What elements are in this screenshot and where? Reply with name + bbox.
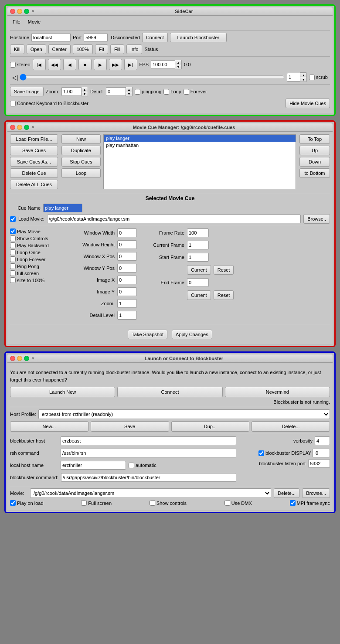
start-frame-input[interactable]	[187, 253, 209, 262]
save-cues-button[interactable]: Save Cues	[10, 146, 58, 155]
loop-forever-checkbox[interactable]	[10, 256, 16, 262]
fill-button[interactable]: Fill	[110, 44, 124, 54]
win-y-input[interactable]	[117, 264, 137, 273]
detail-down[interactable]: ▼	[126, 92, 132, 96]
play-on-load-checkbox[interactable]	[10, 500, 16, 506]
nevermind-button[interactable]: Nevermind	[225, 387, 330, 397]
rsh-input[interactable]	[61, 449, 236, 457]
duplicate-button[interactable]: Duplicate	[61, 146, 101, 155]
loop-button[interactable]: Loop	[61, 168, 101, 178]
use-dmx-checkbox[interactable]	[224, 500, 230, 506]
launch-maximize-button[interactable]	[24, 356, 29, 361]
scrub-up[interactable]: ▲	[300, 73, 306, 77]
browse-movie-button[interactable]: Browse...	[302, 488, 330, 498]
stop-cues-button[interactable]: Stop Cues	[61, 157, 101, 167]
profile-save-button[interactable]: Save	[91, 421, 169, 432]
save-image-button[interactable]: Save Image	[10, 87, 44, 96]
play-button[interactable]: ▶	[94, 59, 107, 70]
full-screen-checkbox[interactable]	[10, 270, 16, 276]
cue-item-0[interactable]: play langer	[104, 135, 296, 142]
end-frame-input[interactable]	[187, 278, 209, 287]
listen-port-input[interactable]	[308, 459, 330, 468]
browse-button[interactable]: Browse..	[303, 214, 330, 224]
launch-close-button[interactable]	[10, 356, 15, 361]
delete-cue-button[interactable]: Delete Cue	[10, 168, 58, 178]
size-to-100-checkbox[interactable]	[10, 277, 16, 283]
open-button[interactable]: Open	[27, 44, 46, 54]
loop-once-checkbox[interactable]	[10, 249, 16, 255]
movie-select[interactable]: /g/g0/rcook/dataAndImages/langer.sm	[30, 488, 271, 498]
fps-up[interactable]: ▲	[175, 60, 181, 65]
cue-minimize-button[interactable]	[17, 125, 22, 130]
step-forward-button[interactable]: ▶▶	[109, 59, 122, 70]
cue-item-1[interactable]: play manhattan	[104, 142, 296, 149]
skip-forward-button[interactable]: ▶|	[124, 59, 137, 70]
mpi-sync-checkbox[interactable]	[290, 500, 296, 506]
keyboard-checkbox[interactable]	[10, 101, 16, 106]
to-bottom-button[interactable]: to Bottom	[299, 168, 330, 178]
loop-checkbox[interactable]	[163, 89, 169, 95]
start-reset-button[interactable]: Reset	[214, 265, 234, 275]
hostname-input[interactable]	[31, 33, 71, 42]
end-current-button[interactable]: Current	[187, 290, 211, 300]
scrub-down[interactable]: ▼	[300, 77, 306, 82]
scrub-slider[interactable]	[20, 74, 285, 80]
zoom-up[interactable]: ▲	[82, 87, 88, 92]
connect-bb-button[interactable]: Connect	[117, 387, 222, 397]
zoom-down[interactable]: ▼	[82, 92, 88, 96]
stereo-checkbox[interactable]	[10, 62, 16, 68]
show-controls-launch-checkbox[interactable]	[150, 500, 155, 506]
close-button[interactable]	[10, 9, 15, 14]
cue-name-input[interactable]	[43, 204, 82, 212]
zoom-field-input[interactable]	[117, 299, 137, 308]
bb-host-input[interactable]	[61, 436, 236, 445]
show-controls-checkbox[interactable]	[10, 235, 16, 241]
cue-list[interactable]: play langer play manhattan	[103, 134, 296, 189]
img-x-input[interactable]	[117, 276, 137, 284]
play-back-button[interactable]: ◀	[63, 59, 76, 70]
cue-close-button[interactable]	[10, 125, 15, 130]
local-host-input[interactable]	[61, 461, 126, 470]
bb-command-input[interactable]	[61, 473, 236, 482]
down-button[interactable]: Down	[299, 157, 330, 167]
fps-down[interactable]: ▼	[175, 65, 181, 69]
fps-input[interactable]	[151, 60, 175, 69]
kill-button[interactable]: Kill	[10, 44, 24, 54]
profile-new-button[interactable]: New...	[10, 421, 88, 432]
zoom-input[interactable]	[61, 87, 81, 96]
take-snapshot-button[interactable]: Take Snapshot	[128, 330, 167, 339]
current-frame-input[interactable]	[187, 241, 209, 249]
detail-up[interactable]: ▲	[126, 87, 132, 92]
play-movie-checkbox[interactable]	[10, 228, 16, 234]
load-movie-checkbox[interactable]	[10, 216, 16, 222]
ping-pong-checkbox[interactable]	[10, 263, 16, 269]
hide-movie-cues-button[interactable]: Hide Movie Cues	[286, 99, 330, 108]
scrub-input[interactable]	[287, 73, 300, 82]
apply-changes-button[interactable]: Apply Changes	[172, 330, 212, 339]
fit-button[interactable]: Fit	[95, 44, 108, 54]
step-back-button[interactable]: ◀◀	[48, 59, 61, 70]
end-reset-button[interactable]: Reset	[214, 290, 234, 300]
stop-button[interactable]: ■	[78, 59, 92, 70]
host-profile-select[interactable]: erzbeast-from-rzthriller (readonly)	[38, 409, 330, 419]
cue-maximize-button[interactable]	[24, 125, 29, 130]
info-button[interactable]: Info	[126, 44, 142, 54]
delete-all-cues-button[interactable]: Delete ALL Cues	[10, 180, 58, 189]
img-y-input[interactable]	[117, 287, 137, 296]
maximize-button[interactable]	[24, 9, 29, 14]
launch-minimize-button[interactable]	[17, 356, 22, 361]
to-top-button[interactable]: To Top	[299, 134, 330, 144]
win-x-input[interactable]	[117, 252, 137, 261]
start-current-button[interactable]: Current	[187, 265, 211, 275]
up-button[interactable]: Up	[299, 146, 330, 155]
full-screen-launch-checkbox[interactable]	[81, 500, 87, 506]
verbosity-input[interactable]	[315, 436, 330, 445]
win-height-input[interactable]	[117, 240, 137, 249]
port-input[interactable]	[84, 33, 108, 42]
pingpong-checkbox[interactable]	[135, 89, 140, 95]
bb-display-checkbox[interactable]	[258, 450, 264, 456]
menu-movie[interactable]: Movie	[25, 18, 43, 28]
center-button[interactable]: Center	[48, 44, 71, 54]
launch-blockbuster-button[interactable]: Launch Blockbuster	[170, 33, 227, 42]
play-backward-checkbox[interactable]	[10, 242, 16, 248]
